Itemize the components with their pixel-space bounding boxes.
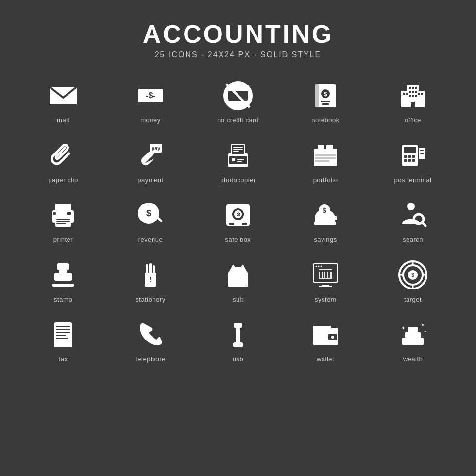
svg-rect-134 — [313, 326, 331, 329]
stamp-icon — [46, 258, 80, 292]
suit-icon — [221, 258, 255, 292]
payment-icon: pay — [134, 138, 168, 172]
icon-item-system: system — [282, 253, 369, 308]
svg-rect-94 — [149, 263, 152, 275]
svg-rect-56 — [412, 155, 415, 158]
savings-label: savings — [314, 236, 337, 243]
icon-item-paper-clip: paper clip — [19, 134, 107, 188]
notebook-label: notebook — [311, 117, 340, 124]
svg-rect-84 — [332, 216, 337, 220]
header: ACCOUNTING 25 ICONS - 24X24 PX - SOLID S… — [143, 19, 333, 59]
telephone-label: telephone — [136, 356, 166, 363]
svg-rect-37 — [233, 149, 243, 150]
svg-rect-42 — [237, 161, 242, 162]
svg-rect-24 — [412, 95, 414, 97]
mail-label: mail — [57, 117, 69, 124]
svg-line-87 — [422, 222, 425, 226]
svg-rect-121 — [56, 329, 70, 330]
svg-rect-48 — [326, 145, 333, 150]
office-label: office — [405, 117, 421, 124]
svg-rect-106 — [325, 271, 327, 278]
svg-rect-122 — [56, 332, 70, 333]
photocopier-label: photocopier — [220, 176, 255, 184]
svg-rect-107 — [328, 271, 330, 278]
target-label: target — [404, 296, 422, 303]
icon-item-printer: printer — [19, 193, 107, 248]
svg-rect-13 — [322, 103, 329, 105]
svg-rect-70 — [53, 212, 56, 215]
svg-rect-128 — [232, 329, 235, 331]
printer-icon — [46, 198, 80, 232]
svg-text:!: ! — [150, 275, 152, 283]
target-icon: $ — [396, 258, 430, 292]
icon-item-mail: mail — [19, 74, 107, 129]
payment-label: payment — [137, 176, 163, 184]
svg-rect-91 — [52, 284, 74, 287]
svg-rect-67 — [56, 221, 70, 222]
svg-rect-50 — [315, 157, 336, 159]
svg-rect-110 — [319, 286, 332, 287]
svg-text:$: $ — [323, 206, 326, 214]
icons-grid: mail -$- money no credit card — [19, 74, 457, 368]
icon-item-money: -$- money — [107, 74, 194, 129]
svg-rect-68 — [56, 223, 66, 224]
suit-label: suit — [233, 296, 243, 303]
svg-point-85 — [407, 203, 415, 210]
svg-rect-29 — [421, 93, 423, 95]
money-icon: -$- — [134, 79, 168, 113]
svg-rect-38 — [233, 151, 239, 152]
icon-item-savings: $ savings — [282, 193, 369, 248]
svg-rect-41 — [237, 159, 244, 160]
revenue-label: revenue — [138, 236, 163, 243]
icon-item-tax: tax — [19, 313, 107, 368]
svg-text:$: $ — [324, 91, 327, 98]
svg-rect-20 — [409, 91, 411, 93]
svg-rect-58 — [408, 159, 411, 162]
svg-rect-79 — [229, 223, 234, 225]
svg-rect-136 — [405, 332, 421, 339]
photocopier-icon — [221, 138, 255, 172]
safe-box-label: safe box — [225, 236, 251, 243]
no-credit-card-icon — [221, 79, 255, 113]
svg-rect-18 — [412, 87, 414, 89]
svg-rect-93 — [146, 264, 148, 275]
icon-item-usb: usb — [194, 313, 282, 368]
tax-icon — [46, 318, 80, 352]
notebook-icon: $ — [308, 79, 342, 113]
wealth-icon: ✦ ✦ ✦ — [396, 318, 430, 352]
usb-icon — [221, 318, 255, 352]
svg-rect-108 — [319, 270, 332, 272]
svg-rect-129 — [241, 329, 244, 331]
svg-rect-54 — [404, 155, 407, 158]
svg-rect-137 — [408, 327, 418, 333]
svg-point-102 — [321, 266, 322, 267]
telephone-icon — [134, 318, 168, 352]
svg-rect-61 — [420, 150, 424, 151]
stationery-icon: ! — [134, 258, 168, 292]
svg-rect-127 — [233, 342, 243, 347]
svg-rect-49 — [315, 154, 336, 156]
portfolio-label: portfolio — [313, 176, 338, 184]
svg-text:✦: ✦ — [401, 325, 405, 331]
svg-text:$: $ — [146, 208, 151, 218]
tax-label: tax — [59, 356, 68, 363]
wealth-label: wealth — [403, 356, 423, 363]
svg-rect-47 — [318, 145, 324, 150]
system-label: system — [315, 296, 336, 303]
svg-text:⊛: ⊛ — [236, 211, 240, 217]
svg-rect-9 — [315, 84, 319, 107]
svg-rect-57 — [404, 159, 407, 162]
svg-rect-97 — [235, 267, 241, 269]
icon-item-wallet: wallet — [282, 313, 369, 368]
svg-rect-28 — [418, 93, 420, 95]
svg-rect-64 — [55, 204, 71, 212]
svg-rect-51 — [315, 160, 329, 162]
svg-rect-90 — [54, 273, 72, 281]
svg-rect-135 — [402, 338, 424, 345]
svg-rect-104 — [320, 271, 322, 278]
office-icon — [396, 79, 430, 113]
icon-item-search: search — [369, 193, 457, 248]
wallet-label: wallet — [317, 356, 334, 363]
icon-item-portfolio: portfolio — [282, 134, 369, 188]
svg-rect-46 — [314, 149, 337, 155]
